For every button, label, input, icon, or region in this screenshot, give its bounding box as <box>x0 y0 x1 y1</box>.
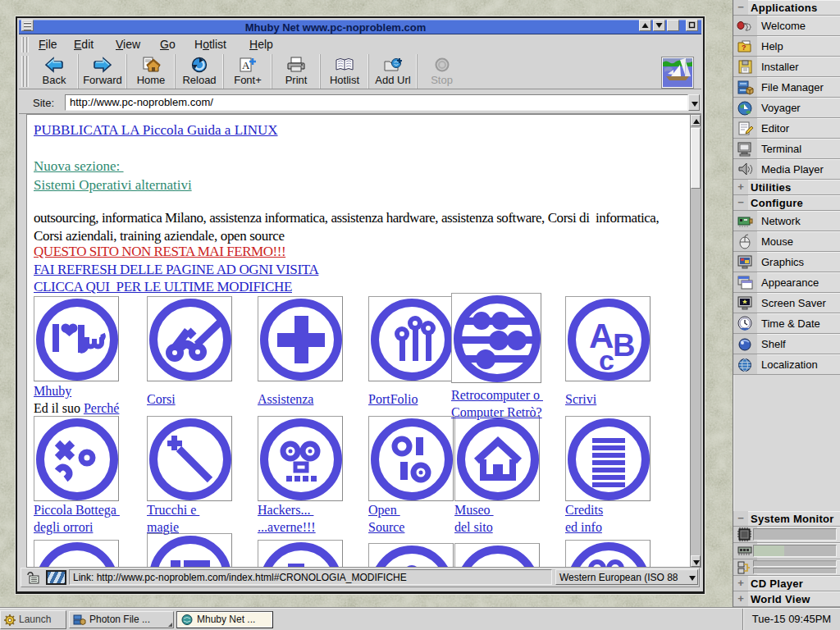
svg-text:A: A <box>242 59 250 71</box>
svg-text:B: B <box>613 328 635 363</box>
svg-text:c: c <box>599 345 614 376</box>
svg-text:?: ? <box>742 43 746 52</box>
